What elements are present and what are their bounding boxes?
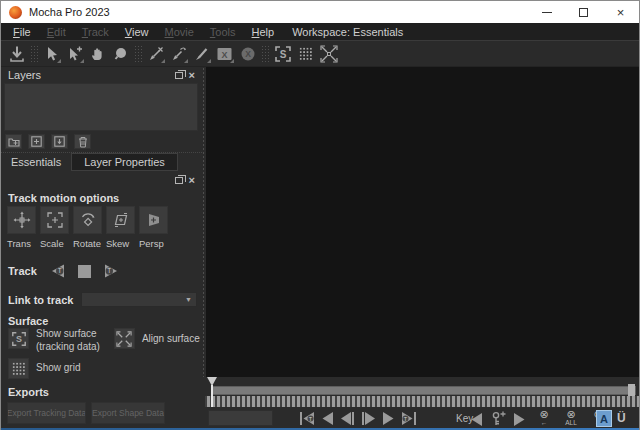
scale-button[interactable]	[40, 206, 69, 234]
new-group-button[interactable]	[5, 134, 22, 149]
pan-tool-button[interactable]	[86, 42, 109, 65]
select-tool-button[interactable]	[40, 42, 63, 65]
brush-tool-button[interactable]	[190, 42, 213, 65]
surface-row-2: Show grid	[8, 358, 80, 379]
align-surface-button[interactable]	[114, 328, 135, 349]
layers-list[interactable]	[4, 83, 198, 131]
viewer-canvas[interactable]	[206, 67, 639, 377]
zoom-tool-button[interactable]	[109, 42, 132, 65]
motion-label: Rotate	[73, 238, 101, 249]
mocha-pro-window: Mocha Pro 2023 × File Edit Track View Mo…	[0, 0, 640, 430]
app-logo-icon	[9, 6, 22, 19]
menu-workspace[interactable]: Workspace: Essentials	[282, 26, 413, 38]
track-stop-button[interactable]	[78, 265, 91, 278]
autokey-toggle[interactable]: A	[596, 410, 612, 427]
duplicate-layer-button[interactable]	[51, 134, 68, 149]
show-surface-toolbar-button[interactable]: S	[271, 42, 294, 65]
menu-view[interactable]: View	[117, 26, 157, 38]
surface-s-icon: S	[11, 331, 27, 347]
translate-icon	[13, 211, 31, 229]
zoom-fit-button[interactable]	[317, 42, 340, 65]
delete-box-button[interactable]: X	[213, 42, 236, 65]
play-forward-icon	[382, 411, 395, 426]
maximize-button[interactable]	[565, 1, 602, 23]
show-grid-button[interactable]	[8, 358, 29, 379]
menu-help[interactable]: Help	[244, 26, 283, 38]
delete-layer-button[interactable]	[74, 134, 91, 149]
expand-arrows-icon	[320, 45, 338, 63]
export-tracking-data-button[interactable]: Export Tracking Data	[7, 402, 86, 424]
spline-curve-tool-button[interactable]	[167, 42, 190, 65]
scale-icon	[46, 211, 64, 229]
menu-edit: Edit	[39, 26, 74, 38]
skew-button[interactable]	[106, 206, 135, 234]
link-to-track-label: Link to track	[8, 294, 73, 306]
spline-delete-tool-button[interactable]	[144, 42, 167, 65]
toolbar: X X S	[1, 40, 639, 67]
delete-circle-button[interactable]: X	[236, 42, 259, 65]
float-panel-icon[interactable]	[175, 72, 183, 79]
track-backwards-button[interactable]: T	[49, 263, 66, 279]
toolbar-separator	[30, 45, 38, 63]
add-point-tool-button[interactable]	[63, 42, 86, 65]
svg-text:T: T	[57, 267, 61, 274]
layers-toolbar	[5, 134, 91, 149]
tab-layer-properties[interactable]: Layer Properties	[71, 153, 178, 171]
essentials-panel-controls: ×	[175, 175, 195, 186]
cursor-icon	[44, 46, 60, 62]
close-panel-icon[interactable]: ×	[189, 70, 195, 81]
timeline	[202, 377, 639, 407]
link-to-track-dropdown[interactable]: ▼	[81, 292, 197, 307]
track-label: Track	[8, 265, 37, 277]
import-clip-button[interactable]	[5, 42, 28, 65]
menu-tools: Tools	[202, 26, 244, 38]
delete-previous-keys-button[interactable]: ⊗ ←	[535, 408, 553, 427]
minimize-button[interactable]	[528, 1, 565, 23]
menu-movie: Movie	[156, 26, 201, 38]
export-shape-data-button[interactable]: Export Shape Data	[91, 402, 165, 424]
svg-text:T: T	[107, 267, 111, 274]
skew-icon	[112, 211, 130, 229]
close-panel-icon[interactable]: ×	[189, 175, 195, 186]
frame-ruler[interactable]	[205, 396, 639, 407]
stop-icon	[78, 265, 91, 278]
layers-panel-controls: ×	[175, 70, 195, 81]
square-plus-icon	[31, 136, 42, 147]
toolbar-separator	[134, 45, 142, 63]
float-panel-icon[interactable]	[175, 177, 183, 184]
window-title: Mocha Pro 2023	[29, 6, 110, 18]
menu-file[interactable]: File	[5, 26, 39, 38]
persp-button[interactable]	[139, 206, 168, 234]
previous-key-icon	[470, 412, 483, 427]
track-motion-title: Track motion options	[8, 192, 119, 204]
pen-curve-icon	[171, 46, 187, 62]
trash-icon	[78, 136, 88, 148]
trans-button[interactable]	[7, 206, 36, 234]
uberkey-toggle[interactable]: Ü	[617, 411, 626, 425]
window-controls: ×	[528, 1, 639, 23]
motion-label: Trans	[7, 238, 31, 249]
show-grid-toolbar-button[interactable]	[294, 42, 317, 65]
add-layer-button[interactable]	[28, 134, 45, 149]
track-forwards-button[interactable]: T	[103, 263, 120, 279]
timeline-track-bar[interactable]	[212, 386, 636, 395]
toolbar-separator	[261, 45, 269, 63]
maximize-icon	[579, 8, 588, 17]
track-backward-icon: T	[49, 263, 66, 279]
delete-all-keys-button[interactable]: ⊗ ALL	[562, 408, 580, 427]
motion-option-skew: Skew	[106, 206, 136, 249]
rotate-button[interactable]	[73, 206, 102, 234]
show-surface-button[interactable]: S	[8, 328, 29, 349]
titlebar: Mocha Pro 2023 ×	[1, 1, 639, 23]
svg-text:X: X	[245, 49, 251, 59]
previous-frame-icon	[340, 411, 355, 426]
left-arrow-icon: ←	[541, 420, 548, 427]
tab-essentials[interactable]: Essentials	[1, 154, 71, 170]
motion-option-persp: Persp	[139, 206, 169, 249]
current-frame-field[interactable]	[208, 410, 273, 426]
close-button[interactable]: ×	[602, 1, 639, 23]
surface-title: Surface	[8, 315, 48, 327]
motion-option-trans: Trans	[7, 206, 37, 249]
motion-label: Scale	[40, 238, 64, 249]
grid-icon	[12, 362, 25, 375]
